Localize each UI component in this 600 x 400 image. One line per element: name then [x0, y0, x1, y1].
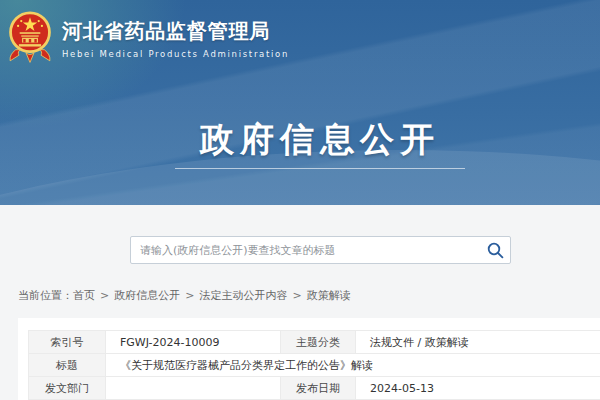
- banner-divider: [175, 168, 465, 169]
- table-row: 发文部门 发布日期 2024-05-13: [29, 377, 600, 400]
- site-name-english: Hebei Medical Products Administration: [62, 49, 289, 59]
- breadcrumb: 当前位置：首页>政府信息公开>法定主动公开内容>政策解读: [18, 288, 351, 303]
- topic-category-value: 法规文件 / 政策解读: [356, 331, 600, 354]
- banner-title: 政府信息公开: [200, 119, 440, 159]
- site-title-block: 河北省药品监督管理局 Hebei Medical Products Admini…: [62, 10, 289, 59]
- breadcrumb-item-proactive-disclosure[interactable]: 法定主动公开内容: [199, 289, 287, 302]
- breadcrumb-item-home[interactable]: 首页: [73, 289, 95, 302]
- table-row: 标题 《关于规范医疗器械产品分类界定工作的公告》解读: [29, 354, 600, 377]
- breadcrumb-label: 当前位置：: [18, 289, 73, 302]
- publish-date-value: 2024-05-13: [356, 377, 600, 400]
- index-number-label: 索引号: [29, 331, 106, 354]
- breadcrumb-separator: >: [292, 289, 301, 302]
- article-meta-card: 索引号 FGWJ-2024-10009 主题分类 法规文件 / 政策解读 标题 …: [18, 318, 600, 400]
- site-header: 河北省药品监督管理局 Hebei Medical Products Admini…: [0, 0, 600, 205]
- breadcrumb-separator: >: [185, 289, 194, 302]
- article-meta-table: 索引号 FGWJ-2024-10009 主题分类 法规文件 / 政策解读 标题 …: [28, 330, 600, 400]
- search-icon: [487, 242, 504, 259]
- breadcrumb-separator: >: [100, 289, 109, 302]
- index-number-value: FGWJ-2024-10009: [106, 331, 281, 354]
- search-button[interactable]: [480, 237, 510, 263]
- issuing-department-label: 发文部门: [29, 377, 106, 400]
- breadcrumb-item-gov-info[interactable]: 政府信息公开: [114, 289, 180, 302]
- title-value: 《关于规范医疗器械产品分类界定工作的公告》解读: [106, 354, 600, 377]
- issuing-department-value: [106, 377, 281, 400]
- site-name[interactable]: 河北省药品监督管理局: [62, 18, 289, 45]
- search-bar: [130, 236, 511, 264]
- breadcrumb-item-policy-interpretation[interactable]: 政策解读: [307, 289, 351, 302]
- china-national-emblem-icon: [6, 10, 54, 64]
- publish-date-label: 发布日期: [281, 377, 356, 400]
- topic-category-label: 主题分类: [281, 331, 356, 354]
- site-logo[interactable]: 河北省药品监督管理局 Hebei Medical Products Admini…: [6, 10, 289, 64]
- title-label: 标题: [29, 354, 106, 377]
- search-input[interactable]: [131, 244, 480, 257]
- page: { "header": { "site_name": "河北省药品监督管理局",…: [0, 0, 600, 400]
- table-row: 索引号 FGWJ-2024-10009 主题分类 法规文件 / 政策解读: [29, 331, 600, 354]
